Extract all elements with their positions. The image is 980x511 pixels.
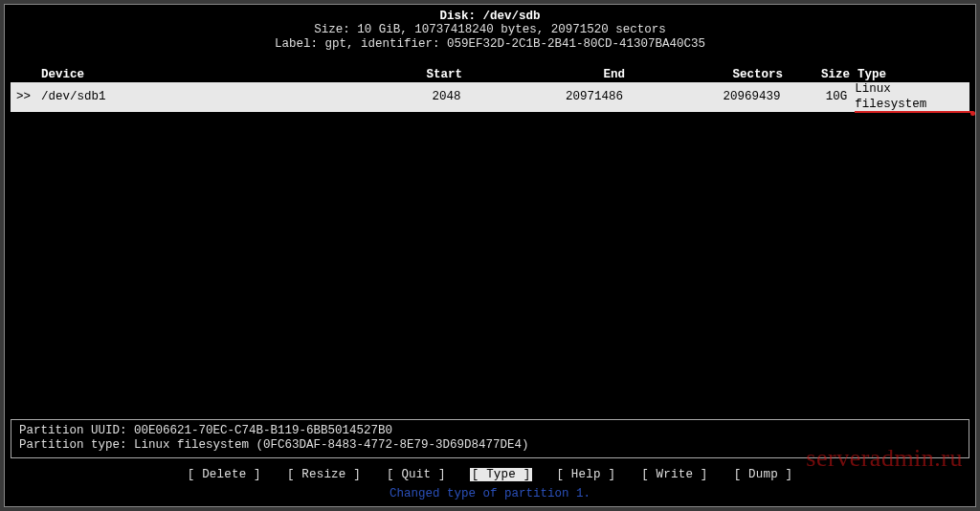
partition-table-header: Device Start End Sectors Size Type	[11, 68, 969, 82]
menu-type[interactable]: [ Type ]	[470, 468, 533, 481]
cell-type: Linux filesystem	[847, 82, 969, 112]
cell-sectors: 20969439	[623, 90, 781, 105]
disk-path: /dev/sdb	[483, 10, 541, 23]
menu-delete[interactable]: [ Delete ]	[186, 468, 263, 481]
menu-resize[interactable]: [ Resize ]	[285, 468, 363, 481]
cell-device: /dev/sdb1	[41, 90, 299, 105]
col-header-type: Type	[850, 68, 886, 82]
partition-uuid-line: Partition UUID: 00E06621-70EC-C74B-B119-…	[19, 424, 961, 439]
menu-help[interactable]: [ Help ]	[554, 468, 617, 481]
col-header-sectors: Sectors	[625, 68, 783, 82]
menu-write[interactable]: [ Write ]	[639, 468, 709, 481]
disk-size-line: Size: 10 GiB, 10737418240 bytes, 2097152…	[11, 23, 969, 36]
cell-type-text: Linux filesystem	[855, 82, 969, 112]
partition-info-box: Partition UUID: 00E06621-70EC-C74B-B119-…	[11, 419, 969, 458]
empty-area	[11, 112, 969, 418]
disk-header: Disk: /dev/sdb Size: 10 GiB, 10737418240…	[11, 8, 969, 51]
row-selector-indicator: >>	[16, 90, 41, 105]
disk-title-label: Disk:	[439, 10, 482, 23]
status-message: Changed type of partition 1.	[11, 487, 969, 500]
col-header-end: End	[462, 68, 625, 82]
menu-dump[interactable]: [ Dump ]	[732, 468, 795, 481]
col-header-device: Device	[41, 68, 300, 82]
cell-start: 2048	[299, 90, 460, 105]
col-header-size: Size	[783, 68, 850, 82]
col-header-start: Start	[300, 68, 462, 82]
terminal-frame: Disk: /dev/sdb Size: 10 GiB, 10737418240…	[4, 4, 976, 507]
menu-quit[interactable]: [ Quit ]	[385, 468, 448, 481]
disk-label-line: Label: gpt, identifier: 059EF32D-2C1B-2B…	[11, 37, 969, 51]
partition-type-line: Partition type: Linux filesystem (0FC63D…	[19, 438, 961, 454]
menu-bar: [ Delete ] [ Resize ] [ Quit ] [ Type ] …	[11, 468, 969, 481]
partition-row-selected[interactable]: >> /dev/sdb1 2048 20971486 20969439 10G …	[11, 82, 969, 112]
cell-end: 20971486	[461, 90, 623, 105]
cell-size: 10G	[781, 90, 848, 105]
